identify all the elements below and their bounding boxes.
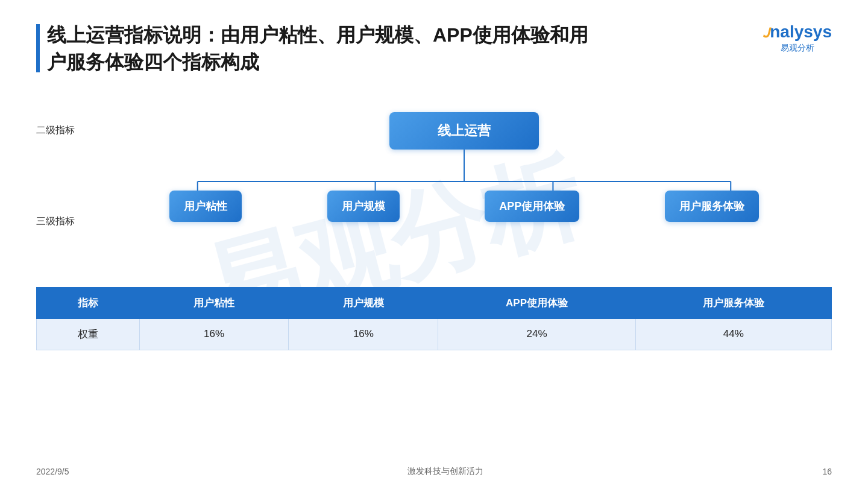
table-cell-label: 权重 xyxy=(37,318,140,350)
title-accent-bar xyxy=(36,24,40,72)
table-header-1: 用户粘性 xyxy=(139,287,289,318)
logo-block: ᴊnalysys 易观分析 xyxy=(763,22,832,54)
footer-slogan: 激发科技与创新活力 xyxy=(407,466,483,477)
table-header-row: 指标 用户粘性 用户规模 APP使用体验 用户服务体验 xyxy=(37,287,832,318)
footer-page: 16 xyxy=(822,467,832,476)
footer-date: 2022/9/5 xyxy=(36,467,69,476)
title-block: 线上运营指标说明：由用户粘性、用户规模、APP使用体验和用户服务体验四个指标构成 xyxy=(36,22,590,76)
table-row: 权重 16% 16% 24% 44% xyxy=(37,318,832,350)
table-cell-2: 24% xyxy=(438,318,635,350)
logo-brand: ᴊnalysys xyxy=(763,22,832,42)
logo-suffix: nalysys xyxy=(770,22,832,41)
logo-cn-name: 易观分析 xyxy=(781,43,814,54)
table-header-4: 用户服务体验 xyxy=(635,287,831,318)
tree-diagram: 线上运营 用户粘性 用户规模 APP使用体验 用户服务体验 xyxy=(96,100,832,269)
child-node-1: 用户规模 xyxy=(327,191,400,222)
table-cell-3: 44% xyxy=(635,318,831,350)
table-cell-1: 16% xyxy=(289,318,438,350)
child-nodes: 用户粘性 用户规模 APP使用体验 用户服务体验 xyxy=(127,191,802,222)
logo-prefix: ᴊ xyxy=(763,22,770,41)
tree-area: 二级指标 三级指标 线上运营 用户粘性 xyxy=(36,100,832,269)
level2-label: 二级指标 xyxy=(36,124,84,137)
table-header-2: 用户规模 xyxy=(289,287,438,318)
page-footer: 2022/9/5 激发科技与创新活力 16 xyxy=(36,466,832,477)
child-node-3: 用户服务体验 xyxy=(665,191,759,222)
child-node-2: APP使用体验 xyxy=(485,191,579,222)
main-content: 二级指标 三级指标 线上运营 用户粘性 xyxy=(0,76,868,350)
page-title: 线上运营指标说明：由用户粘性、用户规模、APP使用体验和用户服务体验四个指标构成 xyxy=(47,22,590,76)
table-header-3: APP使用体验 xyxy=(438,287,635,318)
level-labels: 二级指标 三级指标 xyxy=(36,100,84,228)
metrics-table: 指标 用户粘性 用户规模 APP使用体验 用户服务体验 权重 16% 16% 2… xyxy=(36,287,832,350)
level3-label: 三级指标 xyxy=(36,215,84,228)
page-header: 线上运营指标说明：由用户粘性、用户规模、APP使用体验和用户服务体验四个指标构成… xyxy=(0,0,868,76)
child-node-0: 用户粘性 xyxy=(169,191,242,222)
table-header-0: 指标 xyxy=(37,287,140,318)
root-node: 线上运营 xyxy=(389,112,539,150)
table-cell-0: 16% xyxy=(139,318,289,350)
